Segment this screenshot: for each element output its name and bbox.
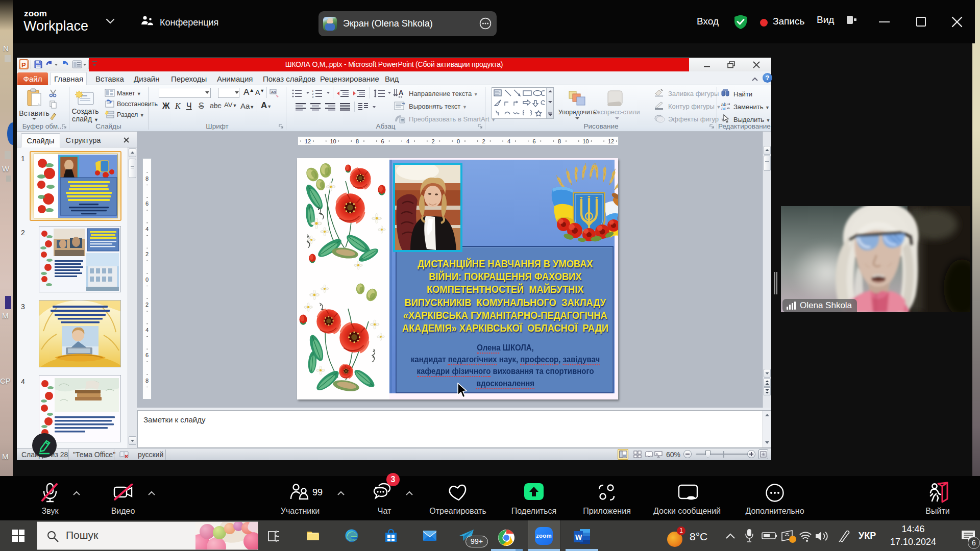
svg-text:W: W — [575, 533, 582, 541]
svg-text:6: 6 — [145, 201, 149, 207]
svg-text:3: 3 — [312, 95, 314, 98]
svg-text:6: 6 — [533, 138, 536, 144]
svg-text:8: 8 — [356, 138, 359, 144]
svg-text:ас: ас — [721, 106, 726, 111]
svg-text:2: 2 — [145, 251, 149, 257]
svg-text:2: 2 — [432, 138, 435, 144]
svg-text:8: 8 — [145, 176, 149, 182]
svg-text:12: 12 — [608, 138, 614, 144]
svg-text:4: 4 — [507, 138, 510, 144]
svg-text:4: 4 — [145, 327, 149, 333]
svg-text:A: A — [399, 89, 404, 96]
svg-text:10: 10 — [583, 138, 589, 144]
svg-text:6: 6 — [145, 352, 149, 358]
svg-text:12: 12 — [305, 138, 311, 144]
svg-text:4: 4 — [406, 138, 409, 144]
svg-text:6: 6 — [381, 138, 384, 144]
svg-text:4: 4 — [145, 226, 149, 232]
svg-text:2: 2 — [482, 138, 485, 144]
svg-text:10: 10 — [330, 138, 336, 144]
svg-text:0: 0 — [457, 138, 460, 144]
svg-text:0: 0 — [145, 277, 149, 283]
svg-text:8: 8 — [558, 138, 561, 144]
svg-text:8: 8 — [145, 378, 149, 384]
svg-text:Aа: Aа — [271, 90, 276, 94]
svg-text:2: 2 — [145, 302, 149, 308]
